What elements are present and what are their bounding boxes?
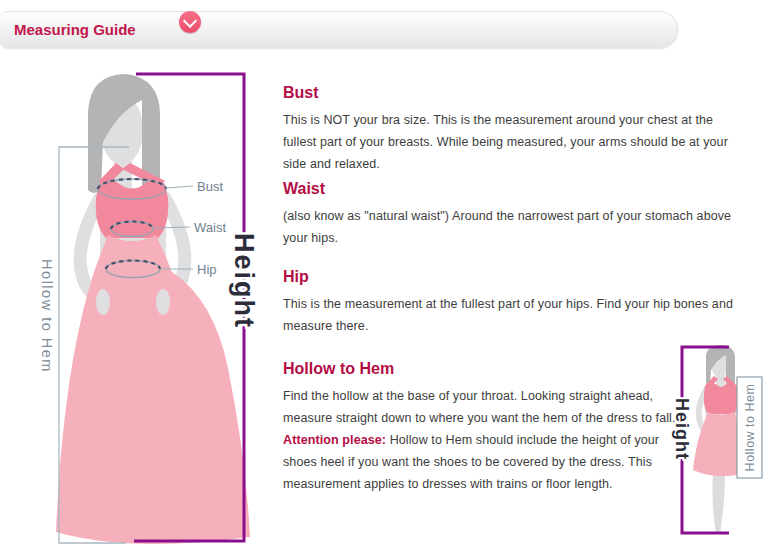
measuring-guide-header-bar[interactable]: Measuring Guide [0, 11, 678, 48]
section-hollow-to-hem: Hollow to Hem Find the hollow at the bas… [283, 360, 676, 495]
section-hollow-heading: Hollow to Hem [283, 360, 676, 378]
height-vertical-label-small: Height [672, 398, 692, 460]
page-title: Measuring Guide [14, 21, 136, 38]
hip-label: Hip [197, 262, 217, 277]
large-dress-diagram: Bust Waist Hip Hollow to Hem Height [0, 55, 270, 553]
bust-label: Bust [197, 179, 223, 194]
collapse-toggle-button[interactable] [179, 11, 201, 33]
small-dress-diagram: Hollow to Hem Height [660, 335, 778, 553]
section-hip: Hip This is the measurement at the fulle… [283, 268, 733, 337]
hollow-body-text-1: Find the hollow at the base of your thro… [283, 389, 676, 425]
section-waist-body: (also know as "natural waist") Around th… [283, 205, 731, 249]
section-waist: Waist (also know as "natural waist") Aro… [283, 180, 731, 249]
height-vertical-label-large: Height [229, 233, 259, 329]
attention-please-label: Attention please: [283, 433, 386, 447]
section-hip-body: This is the measurement at the fullest p… [283, 293, 733, 337]
section-waist-heading: Waist [283, 180, 731, 198]
hollow-to-hem-vertical-label-large: Hollow to Hem [39, 259, 55, 373]
section-hip-heading: Hip [283, 268, 733, 286]
waist-label: Waist [194, 220, 226, 235]
chevron-down-icon [183, 14, 197, 28]
section-bust-body: This is NOT your bra size. This is the m… [283, 109, 728, 175]
section-bust: Bust This is NOT your bra size. This is … [283, 84, 728, 175]
section-hollow-body: Find the hollow at the base of your thro… [283, 385, 676, 495]
hollow-to-hem-vertical-label-small: Hollow to Hem [743, 384, 757, 472]
section-bust-heading: Bust [283, 84, 728, 102]
